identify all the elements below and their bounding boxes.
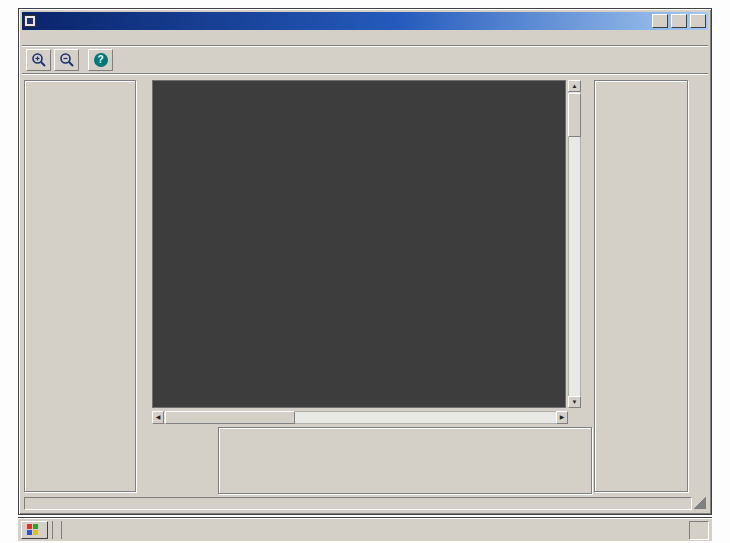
resize-grip[interactable] [694, 497, 706, 509]
indoor-panel [218, 427, 592, 494]
taskbar [18, 518, 712, 541]
status-text [24, 497, 692, 510]
system-tray [689, 521, 709, 540]
trend-chart[interactable] [152, 80, 566, 408]
minimize-button[interactable] [652, 14, 668, 28]
app-window: ? ▲ ▼ ◀ ▶ [18, 8, 712, 515]
windows-logo-icon [27, 524, 39, 536]
help-button[interactable]: ? [88, 49, 113, 71]
title-bar[interactable] [22, 12, 708, 30]
help-icon: ? [94, 53, 108, 67]
horizontal-scroll-thumb[interactable] [165, 411, 295, 424]
scroll-down-button[interactable]: ▼ [568, 396, 581, 408]
custom-curve-panel [594, 80, 688, 492]
scroll-left-button[interactable]: ◀ [152, 411, 164, 424]
status-bar [22, 495, 708, 511]
zoom-out-button[interactable] [54, 49, 79, 71]
scroll-up-button[interactable]: ▲ [568, 80, 581, 92]
maximize-button[interactable] [671, 14, 687, 28]
app-icon [24, 15, 36, 27]
task-buttons [66, 521, 685, 540]
start-button[interactable] [21, 521, 48, 539]
outdoor-panel [24, 80, 136, 492]
desktop: ? ▲ ▼ ◀ ▶ [0, 0, 730, 543]
chart-vertical-scrollbar[interactable]: ▲ ▼ [568, 80, 581, 408]
menu-bar [22, 30, 708, 46]
quick-launch-bar [52, 521, 62, 539]
chart-y-axis [134, 80, 151, 410]
client-area: ▲ ▼ ◀ ▶ [22, 73, 708, 495]
zoom-out-icon [59, 52, 75, 68]
zoom-in-button[interactable] [26, 49, 51, 71]
scroll-right-button[interactable]: ▶ [556, 411, 568, 424]
zoom-in-icon [31, 52, 47, 68]
vertical-scroll-thumb[interactable] [568, 93, 581, 137]
close-button[interactable] [690, 14, 706, 28]
toolbar: ? [22, 46, 708, 73]
chart-horizontal-scrollbar[interactable]: ◀ ▶ [152, 411, 568, 424]
